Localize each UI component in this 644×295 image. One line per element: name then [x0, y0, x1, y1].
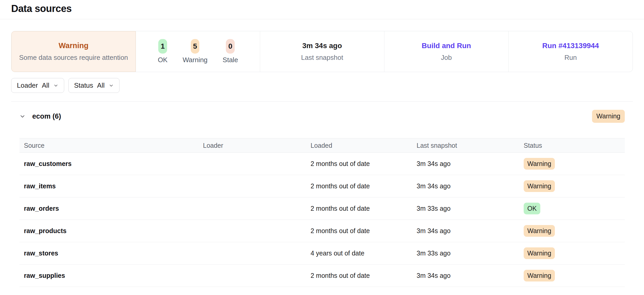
count-warning-value: 5 — [191, 39, 200, 54]
filter-bar: Loader All Status All — [11, 78, 633, 102]
count-ok-label: OK — [158, 56, 168, 64]
cell-last-snapshot: 3m 34s ago — [412, 182, 519, 190]
count-warning: 5 Warning — [183, 39, 208, 64]
page-title: Data sources — [11, 3, 633, 14]
column-header-source: Source — [19, 142, 199, 149]
cell-status: Warning — [519, 247, 625, 259]
status-badge: Warning — [524, 225, 555, 237]
cell-status: Warning — [519, 225, 625, 237]
status-summary-title: Warning — [59, 41, 89, 50]
status-filter-label: Status — [74, 81, 93, 89]
cell-status: Warning — [519, 270, 625, 282]
cell-source: raw_customers — [19, 160, 199, 168]
column-header-loaded: Loaded — [306, 142, 412, 149]
table-row: raw_products 2 months out of date 3m 34s… — [19, 220, 625, 242]
status-badge: Warning — [524, 180, 555, 192]
cell-last-snapshot: 3m 33s ago — [412, 249, 519, 257]
cell-status: Warning — [519, 158, 625, 170]
section-title: ecom (6) — [32, 112, 61, 120]
status-summary-subtitle: Some data sources require attention — [19, 54, 128, 62]
cell-last-snapshot: 3m 34s ago — [412, 272, 519, 279]
run-label: Run — [564, 54, 577, 62]
column-header-last-snapshot: Last snapshot — [412, 142, 519, 149]
cell-loaded: 4 years out of date — [306, 249, 412, 257]
run-card: Run #413139944 Run — [508, 31, 633, 72]
cell-source: raw_supplies — [19, 272, 199, 279]
loader-filter-label: Loader — [17, 81, 38, 89]
loader-filter-value: All — [42, 81, 49, 89]
job-label: Job — [441, 54, 452, 62]
column-header-status: Status — [519, 142, 625, 149]
chevron-down-icon — [109, 83, 114, 88]
data-sources-table: Source Loader Loaded Last snapshot Statu… — [19, 138, 625, 287]
cell-source: raw_products — [19, 227, 199, 235]
status-filter-value: All — [97, 81, 105, 89]
table-row: raw_customers 2 months out of date 3m 34… — [19, 153, 625, 175]
cell-loaded: 2 months out of date — [306, 160, 412, 168]
count-stale-label: Stale — [223, 56, 238, 64]
column-header-loader: Loader — [199, 142, 306, 149]
collapse-chevron-button[interactable] — [19, 113, 26, 120]
status-counts-card: 1 OK 5 Warning 0 Stale — [136, 31, 260, 72]
section-status-badge: Warning — [592, 110, 625, 123]
count-warning-label: Warning — [183, 56, 208, 64]
cell-loaded: 2 months out of date — [306, 272, 412, 279]
status-filter-button[interactable]: Status All — [68, 78, 120, 93]
cell-loaded: 2 months out of date — [306, 227, 412, 235]
count-ok: 1 OK — [158, 39, 168, 64]
cell-last-snapshot: 3m 34s ago — [412, 160, 519, 168]
status-badge: Warning — [524, 158, 555, 170]
cell-source: raw_orders — [19, 205, 199, 212]
summary-strip: Warning Some data sources require attent… — [11, 31, 633, 72]
main-content: Warning Some data sources require attent… — [0, 31, 644, 287]
job-link[interactable]: Build and Run — [422, 42, 471, 50]
count-stale-value: 0 — [226, 39, 235, 54]
last-snapshot-card: 3m 34s ago Last snapshot — [260, 31, 384, 72]
cell-loaded: 2 months out of date — [306, 182, 412, 190]
cell-source: raw_items — [19, 182, 199, 190]
cell-last-snapshot: 3m 34s ago — [412, 227, 519, 235]
table-row: raw_stores 4 years out of date 3m 33s ag… — [19, 242, 625, 265]
section-header-ecom: ecom (6) Warning — [11, 110, 633, 123]
table-row: raw_supplies 2 months out of date 3m 34s… — [19, 265, 625, 287]
table-row: raw_orders 2 months out of date 3m 33s a… — [19, 197, 625, 220]
count-stale: 0 Stale — [223, 39, 238, 64]
cell-loaded: 2 months out of date — [306, 205, 412, 212]
cell-status: OK — [519, 203, 625, 215]
page-header: Data sources — [0, 0, 644, 19]
cell-last-snapshot: 3m 33s ago — [412, 205, 519, 212]
chevron-down-icon — [19, 113, 26, 120]
cell-status: Warning — [519, 180, 625, 192]
cell-source: raw_stores — [19, 249, 199, 257]
loader-filter-button[interactable]: Loader All — [11, 78, 64, 93]
status-badge: Warning — [524, 270, 555, 282]
table-row: raw_items 2 months out of date 3m 34s ag… — [19, 175, 625, 197]
last-snapshot-value: 3m 34s ago — [302, 42, 342, 50]
chevron-down-icon — [53, 83, 58, 88]
status-summary-card: Warning Some data sources require attent… — [11, 31, 136, 72]
table-header-row: Source Loader Loaded Last snapshot Statu… — [19, 138, 625, 153]
count-ok-value: 1 — [158, 39, 167, 54]
run-link[interactable]: Run #413139944 — [542, 42, 599, 50]
status-badge: OK — [524, 203, 540, 215]
job-card: Build and Run Job — [384, 31, 508, 72]
last-snapshot-label: Last snapshot — [301, 54, 343, 62]
status-badge: Warning — [524, 247, 555, 259]
